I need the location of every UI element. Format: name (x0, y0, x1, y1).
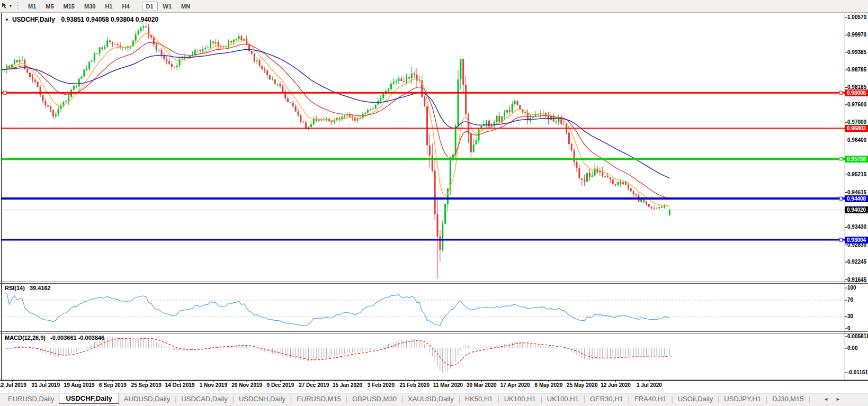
chart-tab-ger30-h1[interactable]: GER30,H1 (585, 393, 628, 404)
candle-body (429, 145, 431, 155)
rsi-scale-30: 30 (847, 313, 853, 320)
price-line-label-0.94408: 0.94408 (845, 195, 868, 202)
candle-body (88, 62, 90, 69)
candle-body (37, 82, 39, 87)
line-handle-right-0.93004[interactable] (839, 238, 843, 241)
date-label-4: 25 Sep 2019 (131, 382, 162, 388)
candle-body (310, 124, 312, 127)
timeframe-button-m30[interactable]: M30 (80, 2, 100, 11)
price-tick-0.97600: 0.97600 (847, 102, 866, 108)
candle-body (390, 84, 392, 89)
date-label-15: 17 Apr 2020 (500, 382, 530, 388)
date-label-8: 9 Dec 2019 (267, 382, 294, 388)
candle-body (462, 59, 464, 85)
candle-body (269, 75, 271, 79)
chart-tab-hk50-h1[interactable]: HK50,H1 (460, 393, 498, 404)
candle-body (272, 79, 273, 80)
line-handle-right-0.98008[interactable] (839, 91, 843, 94)
chart-tab-fra40-h1[interactable]: FRA40,H1 (630, 393, 672, 404)
candle-body (142, 26, 144, 28)
candle-body (542, 113, 544, 113)
candle-body (584, 180, 585, 182)
timeframe-button-h4[interactable]: H4 (118, 2, 133, 11)
macd-scale-0.005818: 0.005818 (847, 333, 868, 340)
line-handle-right-0.95758[interactable] (839, 157, 843, 160)
timeframe-button-m5[interactable]: M5 (41, 2, 58, 11)
price-tick-0.99970: 0.99970 (847, 32, 866, 38)
chart-tab-uk100-h1[interactable]: UK100,H1 (542, 393, 584, 404)
candle-body (145, 26, 147, 28)
date-label-9: 27 Dec 2019 (299, 382, 329, 388)
candle-body (52, 110, 54, 116)
candle-body (331, 121, 333, 122)
candle-body (607, 176, 609, 177)
candle-body (210, 41, 211, 47)
tool-dropdown-caret-icon[interactable]: ▾ (10, 4, 12, 8)
candle-body (414, 74, 415, 75)
chart-tab-usdchf-daily[interactable]: USDCHF,Daily (59, 393, 119, 404)
chart-tab-usoil-daily[interactable]: USOil,Daily (673, 393, 718, 404)
line-handle-right-0.94408[interactable] (839, 197, 843, 200)
crosshair-tool-icon[interactable] (1, 2, 8, 11)
chart-tab-xauusd-daily[interactable]: XAUUSD,Daily (403, 393, 459, 404)
chart-tab-eurusd-m15[interactable]: EURUSD,M15 (292, 393, 346, 404)
chart-tool-group[interactable]: ▾ (1, 2, 12, 11)
chart-tab-usdcnh-daily[interactable]: USDCNH,Daily (234, 393, 290, 404)
candle-body (571, 144, 572, 150)
candle-body (174, 67, 175, 67)
timeframe-button-h1[interactable]: H1 (101, 2, 117, 11)
candle-body (47, 105, 49, 107)
candle-body (106, 40, 108, 47)
chart-tab-usdcad-daily[interactable]: USDCAD,Daily (176, 393, 232, 404)
candle-body (80, 77, 82, 79)
candle-body (29, 73, 31, 77)
tab-scroll-left-icon[interactable]: ◄ (824, 396, 828, 402)
tab-scroll-right-icon[interactable]: ► (836, 396, 840, 402)
candle-body (630, 188, 632, 192)
candle-body (380, 98, 381, 101)
timeframe-button-m1[interactable]: M1 (24, 2, 40, 11)
candle-body (470, 133, 472, 152)
candle-body (101, 48, 103, 49)
date-label-10: 15 Jan 2020 (333, 382, 362, 388)
price-tick-0.91645: 0.91645 (847, 277, 866, 283)
candle-body (34, 79, 36, 82)
candle-body (176, 66, 178, 67)
candle-body (411, 74, 413, 78)
candle-body (388, 89, 389, 91)
chart-tab-audusd-daily[interactable]: AUDUSD,Daily (119, 393, 175, 404)
date-label-18: 12 Jun 2020 (601, 382, 631, 388)
date-label-17: 25 May 2020 (567, 382, 597, 388)
candle-body (480, 126, 482, 129)
line-handle-left-0.98008[interactable] (3, 91, 6, 94)
chart-tab-uk100-h1[interactable]: UK100,H1 (499, 393, 541, 404)
timeframe-button-d1[interactable]: D1 (142, 2, 158, 11)
candle-body (633, 191, 634, 194)
candle-body (40, 87, 41, 95)
candle-body (460, 59, 461, 80)
candle-body (279, 84, 281, 86)
chart-tab-eurusd-daily[interactable]: EURUSD,Daily (3, 393, 59, 404)
candle-body (204, 48, 206, 49)
candle-body (514, 101, 516, 104)
candle-body (135, 34, 137, 41)
candle-body (96, 53, 98, 54)
chart-tab-usdjpy-h1[interactable]: USDJPY,H1 (719, 393, 766, 404)
timeframe-button-mn[interactable]: MN (177, 2, 194, 11)
toolbar-drag-handle[interactable] (17, 2, 19, 10)
chart-tabs: EURUSD,DailyUSDCHF,DailyAUDUSD,Daily|USD… (3, 393, 810, 404)
chart-tab-gbpusd-m30[interactable]: GBPUSD,M30 (347, 393, 401, 404)
candle-body (364, 113, 366, 114)
date-label-3: 6 Sep 2019 (99, 382, 127, 388)
candle-body (202, 49, 203, 51)
chart-tab-dj30-m15[interactable]: DJ30,M15 (767, 393, 808, 404)
timeframe-button-w1[interactable]: W1 (159, 2, 176, 11)
date-label-2: 19 Aug 2019 (64, 382, 95, 388)
timeframe-button-m15[interactable]: M15 (59, 2, 79, 11)
chart-collapse-caret-icon[interactable]: ▼ (5, 17, 9, 22)
ma-fast-line (2, 33, 669, 206)
candle-body (488, 121, 490, 127)
candle-body (295, 106, 297, 112)
candle-body (65, 101, 67, 102)
candle-body (274, 79, 276, 84)
